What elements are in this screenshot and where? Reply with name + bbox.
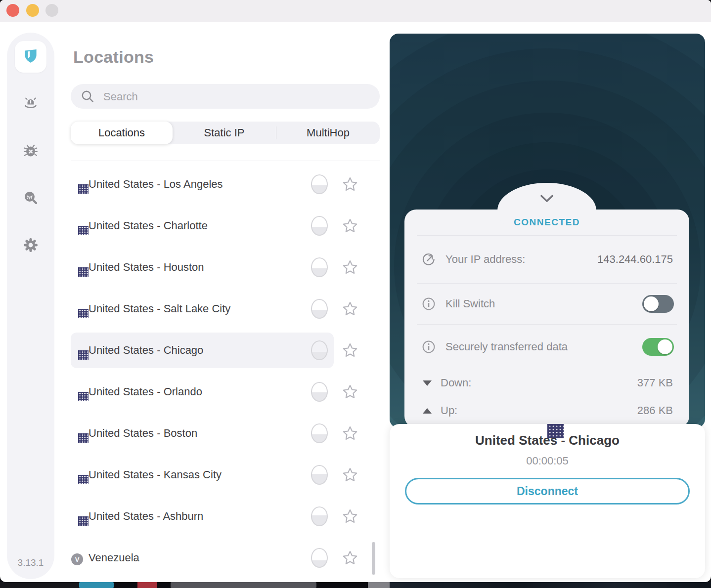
location-name: United States - Charlotte <box>89 219 208 232</box>
favorite-star-button[interactable] <box>342 466 358 483</box>
location-name: United States - Salt Lake City <box>89 302 230 315</box>
list-divider <box>71 161 380 161</box>
server-load-icon <box>311 299 328 319</box>
transfer-stats: Down: 377 KB Up: 286 KB <box>417 369 677 424</box>
tab-locations[interactable]: Locations <box>71 122 173 144</box>
search-input[interactable] <box>102 84 371 110</box>
window-titlebar <box>0 0 711 22</box>
star-icon <box>342 466 358 483</box>
zoom-window-button[interactable] <box>45 4 58 17</box>
location-list: United States - Los Angeles United State… <box>71 164 380 579</box>
connection-timer: 00:00:05 <box>526 455 569 467</box>
server-load-icon <box>311 548 328 568</box>
connection-status-card: CONNECTED Your IP address: 143.244.60.17… <box>404 210 689 428</box>
star-icon <box>342 300 358 317</box>
list-scrollbar[interactable] <box>372 542 375 575</box>
favorite-star-button[interactable] <box>342 508 358 525</box>
server-load-icon <box>311 506 328 526</box>
close-window-button[interactable] <box>6 4 19 17</box>
page-title: Locations <box>73 47 154 67</box>
location-row[interactable]: United States - Charlotte <box>71 205 380 247</box>
star-icon <box>342 259 358 276</box>
location-name: United States - Ashburn <box>89 510 203 523</box>
favorite-star-button[interactable] <box>342 259 358 276</box>
status-badge: CONNECTED <box>404 217 689 228</box>
favorite-star-button[interactable] <box>342 425 358 442</box>
favorite-star-button[interactable] <box>342 383 358 400</box>
tab-static-ip[interactable]: Static IP <box>173 122 276 144</box>
server-load-icon <box>311 423 328 443</box>
star-icon <box>342 549 358 566</box>
tab-multihop[interactable]: MultiHop <box>276 122 380 144</box>
server-load-icon <box>311 216 328 236</box>
location-row[interactable]: United States - Kansas City <box>71 454 380 496</box>
sidebar-item-settings[interactable] <box>22 237 40 255</box>
location-name: United States - Houston <box>89 261 204 274</box>
server-load-icon <box>311 257 328 277</box>
bg-strip-segment <box>390 582 711 588</box>
sidebar: 3.13.1 <box>7 33 54 579</box>
collapse-card-button[interactable] <box>537 194 557 204</box>
stat-label: Down: <box>441 377 471 389</box>
location-row[interactable]: United States - Chicago <box>71 330 380 371</box>
alert-siren-icon <box>22 94 40 114</box>
favorite-star-button[interactable] <box>342 549 358 566</box>
server-load-icon <box>311 174 328 194</box>
favorite-star-button[interactable] <box>342 300 358 317</box>
feature-row: Securely transferred data <box>417 325 677 369</box>
favorite-star-button[interactable] <box>342 342 358 359</box>
ip-external-icon <box>421 252 436 267</box>
favorite-star-button[interactable] <box>342 176 358 193</box>
current-server-card: United States - Chicago 00:00:05 Disconn… <box>390 424 705 578</box>
direction-arrow-icon <box>423 380 432 386</box>
app-version: 3.13.1 <box>7 557 54 568</box>
bg-strip-segment <box>79 582 114 588</box>
location-tabs: Locations Static IP MultiHop <box>71 122 380 144</box>
info-icon <box>421 339 436 354</box>
minimize-window-button[interactable] <box>26 4 39 17</box>
star-icon <box>342 176 358 193</box>
feature-row: Your IP address: 143.244.60.175 <box>417 236 677 284</box>
feature-row: Kill Switch <box>417 284 677 325</box>
stat-row: Down: 377 KB <box>417 369 677 397</box>
location-row[interactable]: United States - Houston <box>71 247 380 288</box>
feature-label: Your IP address: <box>445 253 525 266</box>
location-row[interactable]: United States - Ashburn <box>71 496 380 537</box>
toggle-switch[interactable] <box>642 295 674 313</box>
location-row[interactable]: United States - Los Angeles <box>71 164 380 205</box>
search-privacy-icon <box>22 189 40 209</box>
star-icon <box>342 217 358 234</box>
search-bar[interactable] <box>71 84 380 109</box>
location-row[interactable]: United States - Salt Lake City <box>71 288 380 330</box>
app-logo[interactable] <box>15 41 46 73</box>
search-icon <box>81 89 94 103</box>
stat-label: Up: <box>441 404 457 417</box>
location-row[interactable]: United States - Boston <box>71 413 380 454</box>
server-load-icon <box>311 465 328 485</box>
star-icon <box>342 383 358 400</box>
connection-feature-rows: Your IP address: 143.244.60.175 Kill Swi… <box>417 235 677 369</box>
star-icon <box>342 425 358 442</box>
star-icon <box>342 342 358 359</box>
sidebar-item-alerts[interactable] <box>22 95 40 113</box>
vpn-app-window: 3.13.1 Locations Locations Static IP Mul… <box>0 0 711 582</box>
shield-logo-icon <box>21 46 40 67</box>
toggle-knob <box>644 296 659 311</box>
bg-strip-segment <box>171 582 316 588</box>
favorite-star-button[interactable] <box>342 217 358 234</box>
virtual-location-badge: V <box>71 553 83 565</box>
antivirus-bug-icon <box>22 142 40 162</box>
bg-strip-segment <box>368 582 390 588</box>
toggle-switch[interactable] <box>642 338 674 356</box>
location-name: United States - Boston <box>89 427 197 440</box>
connection-panel: CONNECTED Your IP address: 143.244.60.17… <box>390 34 705 578</box>
disconnect-button[interactable]: Disconnect <box>405 478 690 504</box>
sidebar-item-search-privacy[interactable] <box>22 190 40 208</box>
location-row[interactable]: V Venezuela <box>71 537 380 579</box>
location-row[interactable]: United States - Orlando <box>71 371 380 413</box>
sidebar-item-antivirus[interactable] <box>22 143 40 161</box>
bg-strip-segment <box>137 582 157 588</box>
location-name: Venezuela <box>89 551 139 564</box>
info-icon <box>421 296 436 311</box>
server-load-icon <box>311 382 328 402</box>
